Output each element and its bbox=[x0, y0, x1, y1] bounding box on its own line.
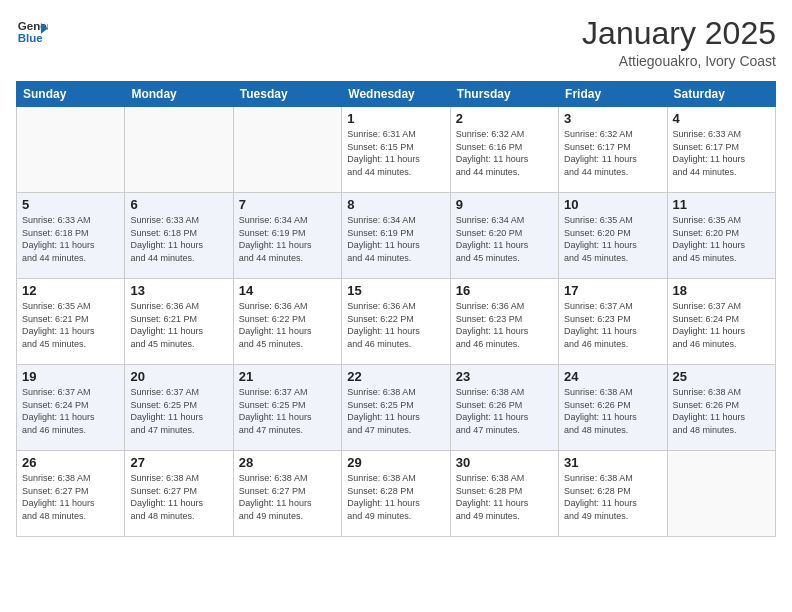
page-container: General Blue January 2025 Attiegouakro, … bbox=[0, 0, 792, 545]
day-number: 5 bbox=[22, 197, 119, 212]
calendar-cell: 13Sunrise: 6:36 AM Sunset: 6:21 PM Dayli… bbox=[125, 279, 233, 365]
day-number: 12 bbox=[22, 283, 119, 298]
weekday-header-friday: Friday bbox=[559, 82, 667, 107]
day-info: Sunrise: 6:36 AM Sunset: 6:22 PM Dayligh… bbox=[239, 300, 336, 350]
calendar-cell: 30Sunrise: 6:38 AM Sunset: 6:28 PM Dayli… bbox=[450, 451, 558, 537]
calendar-cell bbox=[17, 107, 125, 193]
day-info: Sunrise: 6:38 AM Sunset: 6:26 PM Dayligh… bbox=[564, 386, 661, 436]
calendar-cell: 25Sunrise: 6:38 AM Sunset: 6:26 PM Dayli… bbox=[667, 365, 775, 451]
day-info: Sunrise: 6:37 AM Sunset: 6:24 PM Dayligh… bbox=[22, 386, 119, 436]
month-title: January 2025 bbox=[582, 16, 776, 51]
day-number: 26 bbox=[22, 455, 119, 470]
day-number: 22 bbox=[347, 369, 444, 384]
day-info: Sunrise: 6:38 AM Sunset: 6:27 PM Dayligh… bbox=[130, 472, 227, 522]
calendar-cell: 6Sunrise: 6:33 AM Sunset: 6:18 PM Daylig… bbox=[125, 193, 233, 279]
day-number: 2 bbox=[456, 111, 553, 126]
calendar-cell: 7Sunrise: 6:34 AM Sunset: 6:19 PM Daylig… bbox=[233, 193, 341, 279]
day-number: 16 bbox=[456, 283, 553, 298]
calendar-cell: 28Sunrise: 6:38 AM Sunset: 6:27 PM Dayli… bbox=[233, 451, 341, 537]
day-info: Sunrise: 6:37 AM Sunset: 6:23 PM Dayligh… bbox=[564, 300, 661, 350]
day-number: 6 bbox=[130, 197, 227, 212]
week-row-1: 1Sunrise: 6:31 AM Sunset: 6:15 PM Daylig… bbox=[17, 107, 776, 193]
location: Attiegouakro, Ivory Coast bbox=[582, 53, 776, 69]
logo: General Blue bbox=[16, 16, 48, 48]
calendar-cell: 27Sunrise: 6:38 AM Sunset: 6:27 PM Dayli… bbox=[125, 451, 233, 537]
calendar-cell: 22Sunrise: 6:38 AM Sunset: 6:25 PM Dayli… bbox=[342, 365, 450, 451]
day-number: 4 bbox=[673, 111, 770, 126]
weekday-header-saturday: Saturday bbox=[667, 82, 775, 107]
day-info: Sunrise: 6:34 AM Sunset: 6:19 PM Dayligh… bbox=[347, 214, 444, 264]
day-number: 17 bbox=[564, 283, 661, 298]
day-info: Sunrise: 6:38 AM Sunset: 6:26 PM Dayligh… bbox=[456, 386, 553, 436]
calendar-cell: 14Sunrise: 6:36 AM Sunset: 6:22 PM Dayli… bbox=[233, 279, 341, 365]
day-info: Sunrise: 6:32 AM Sunset: 6:17 PM Dayligh… bbox=[564, 128, 661, 178]
day-info: Sunrise: 6:36 AM Sunset: 6:21 PM Dayligh… bbox=[130, 300, 227, 350]
calendar-cell: 3Sunrise: 6:32 AM Sunset: 6:17 PM Daylig… bbox=[559, 107, 667, 193]
weekday-header-thursday: Thursday bbox=[450, 82, 558, 107]
calendar-cell: 19Sunrise: 6:37 AM Sunset: 6:24 PM Dayli… bbox=[17, 365, 125, 451]
calendar-cell: 11Sunrise: 6:35 AM Sunset: 6:20 PM Dayli… bbox=[667, 193, 775, 279]
day-number: 9 bbox=[456, 197, 553, 212]
day-info: Sunrise: 6:35 AM Sunset: 6:20 PM Dayligh… bbox=[564, 214, 661, 264]
day-number: 25 bbox=[673, 369, 770, 384]
day-info: Sunrise: 6:38 AM Sunset: 6:28 PM Dayligh… bbox=[456, 472, 553, 522]
day-info: Sunrise: 6:34 AM Sunset: 6:20 PM Dayligh… bbox=[456, 214, 553, 264]
calendar-cell: 1Sunrise: 6:31 AM Sunset: 6:15 PM Daylig… bbox=[342, 107, 450, 193]
calendar-cell: 20Sunrise: 6:37 AM Sunset: 6:25 PM Dayli… bbox=[125, 365, 233, 451]
day-number: 11 bbox=[673, 197, 770, 212]
calendar-cell: 8Sunrise: 6:34 AM Sunset: 6:19 PM Daylig… bbox=[342, 193, 450, 279]
day-number: 29 bbox=[347, 455, 444, 470]
day-number: 3 bbox=[564, 111, 661, 126]
day-info: Sunrise: 6:36 AM Sunset: 6:22 PM Dayligh… bbox=[347, 300, 444, 350]
day-info: Sunrise: 6:38 AM Sunset: 6:26 PM Dayligh… bbox=[673, 386, 770, 436]
calendar-cell: 4Sunrise: 6:33 AM Sunset: 6:17 PM Daylig… bbox=[667, 107, 775, 193]
day-number: 31 bbox=[564, 455, 661, 470]
week-row-2: 5Sunrise: 6:33 AM Sunset: 6:18 PM Daylig… bbox=[17, 193, 776, 279]
day-number: 23 bbox=[456, 369, 553, 384]
calendar-cell: 23Sunrise: 6:38 AM Sunset: 6:26 PM Dayli… bbox=[450, 365, 558, 451]
day-number: 21 bbox=[239, 369, 336, 384]
calendar-cell: 9Sunrise: 6:34 AM Sunset: 6:20 PM Daylig… bbox=[450, 193, 558, 279]
day-number: 27 bbox=[130, 455, 227, 470]
weekday-header-row: SundayMondayTuesdayWednesdayThursdayFrid… bbox=[17, 82, 776, 107]
day-number: 15 bbox=[347, 283, 444, 298]
weekday-header-monday: Monday bbox=[125, 82, 233, 107]
svg-text:Blue: Blue bbox=[18, 32, 44, 44]
calendar-cell bbox=[667, 451, 775, 537]
day-info: Sunrise: 6:37 AM Sunset: 6:24 PM Dayligh… bbox=[673, 300, 770, 350]
day-info: Sunrise: 6:33 AM Sunset: 6:17 PM Dayligh… bbox=[673, 128, 770, 178]
day-info: Sunrise: 6:35 AM Sunset: 6:20 PM Dayligh… bbox=[673, 214, 770, 264]
week-row-4: 19Sunrise: 6:37 AM Sunset: 6:24 PM Dayli… bbox=[17, 365, 776, 451]
day-info: Sunrise: 6:37 AM Sunset: 6:25 PM Dayligh… bbox=[130, 386, 227, 436]
day-number: 14 bbox=[239, 283, 336, 298]
calendar-cell: 5Sunrise: 6:33 AM Sunset: 6:18 PM Daylig… bbox=[17, 193, 125, 279]
calendar-cell: 29Sunrise: 6:38 AM Sunset: 6:28 PM Dayli… bbox=[342, 451, 450, 537]
day-info: Sunrise: 6:38 AM Sunset: 6:28 PM Dayligh… bbox=[564, 472, 661, 522]
week-row-5: 26Sunrise: 6:38 AM Sunset: 6:27 PM Dayli… bbox=[17, 451, 776, 537]
calendar-cell: 18Sunrise: 6:37 AM Sunset: 6:24 PM Dayli… bbox=[667, 279, 775, 365]
day-info: Sunrise: 6:38 AM Sunset: 6:25 PM Dayligh… bbox=[347, 386, 444, 436]
day-number: 13 bbox=[130, 283, 227, 298]
calendar-cell: 31Sunrise: 6:38 AM Sunset: 6:28 PM Dayli… bbox=[559, 451, 667, 537]
day-number: 20 bbox=[130, 369, 227, 384]
day-info: Sunrise: 6:36 AM Sunset: 6:23 PM Dayligh… bbox=[456, 300, 553, 350]
week-row-3: 12Sunrise: 6:35 AM Sunset: 6:21 PM Dayli… bbox=[17, 279, 776, 365]
day-info: Sunrise: 6:38 AM Sunset: 6:27 PM Dayligh… bbox=[22, 472, 119, 522]
logo-icon: General Blue bbox=[16, 16, 48, 48]
calendar-cell: 26Sunrise: 6:38 AM Sunset: 6:27 PM Dayli… bbox=[17, 451, 125, 537]
day-number: 1 bbox=[347, 111, 444, 126]
day-info: Sunrise: 6:37 AM Sunset: 6:25 PM Dayligh… bbox=[239, 386, 336, 436]
calendar-cell bbox=[233, 107, 341, 193]
day-info: Sunrise: 6:31 AM Sunset: 6:15 PM Dayligh… bbox=[347, 128, 444, 178]
day-info: Sunrise: 6:35 AM Sunset: 6:21 PM Dayligh… bbox=[22, 300, 119, 350]
day-number: 18 bbox=[673, 283, 770, 298]
weekday-header-sunday: Sunday bbox=[17, 82, 125, 107]
day-number: 10 bbox=[564, 197, 661, 212]
calendar-cell: 15Sunrise: 6:36 AM Sunset: 6:22 PM Dayli… bbox=[342, 279, 450, 365]
day-number: 24 bbox=[564, 369, 661, 384]
day-info: Sunrise: 6:32 AM Sunset: 6:16 PM Dayligh… bbox=[456, 128, 553, 178]
day-number: 8 bbox=[347, 197, 444, 212]
calendar-cell: 2Sunrise: 6:32 AM Sunset: 6:16 PM Daylig… bbox=[450, 107, 558, 193]
calendar-cell: 17Sunrise: 6:37 AM Sunset: 6:23 PM Dayli… bbox=[559, 279, 667, 365]
day-number: 28 bbox=[239, 455, 336, 470]
